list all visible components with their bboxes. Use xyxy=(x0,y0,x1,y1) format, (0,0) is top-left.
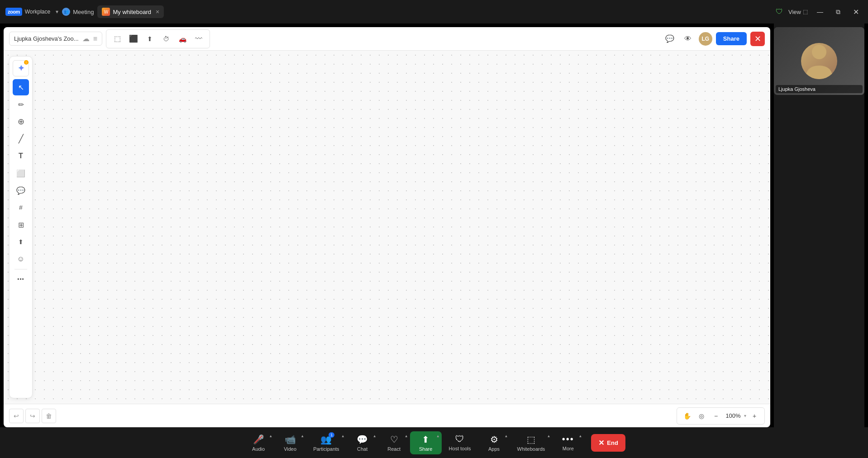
canvas-wrapper: ✦ ! ↖ ✏ ⊕ ╱ T xyxy=(4,51,770,404)
document-name-field[interactable]: Ljupka Gjosheva's Zoo... ☁ ≡ xyxy=(9,32,102,46)
more-control[interactable]: ▲ ••• More xyxy=(552,431,584,454)
upload-icon: ⬆ xyxy=(18,238,24,246)
zoom-controls: ✋ ◎ − 100% ▾ + xyxy=(677,407,765,425)
titlebar-right-controls: 🛡 View ⬚ — ⧉ ✕ xyxy=(776,6,863,18)
frame-insert-button[interactable]: ⬚ xyxy=(110,32,124,46)
close-whiteboard-tab-icon[interactable]: × xyxy=(156,8,159,15)
host-tools-icon: 🛡 xyxy=(455,434,464,444)
upload-insert-button[interactable]: ⬆ xyxy=(143,32,157,46)
doc-name-text: Ljupka Gjosheva's Zoo... xyxy=(14,35,79,42)
menu-chevron[interactable]: ▾ xyxy=(56,9,58,15)
whiteboards-control[interactable]: ▲ ⬚ Whiteboards xyxy=(510,431,553,454)
participants-label: Participants xyxy=(313,446,339,452)
react-label: React xyxy=(387,446,401,452)
maximize-button[interactable]: ⧉ xyxy=(832,6,844,18)
curve-button[interactable]: 〰 xyxy=(191,32,206,46)
workplace-label: Workplace xyxy=(25,9,50,15)
timer-button[interactable]: ⏱ xyxy=(159,32,173,46)
share-icon: ⬆ xyxy=(422,434,429,445)
whiteboard-tab[interactable]: W My whiteboard × xyxy=(97,5,164,18)
end-icon: ✕ xyxy=(598,439,604,447)
meeting-icon: 👥 xyxy=(62,8,70,16)
participants-badge: 1 xyxy=(329,432,334,438)
upload-tool-button[interactable]: ⬆ xyxy=(13,234,29,250)
share-control[interactable]: ▲ ⬆ Share xyxy=(410,431,442,454)
close-whiteboard-button[interactable]: ✕ xyxy=(750,32,765,46)
emoji-icon: ☺ xyxy=(17,255,24,263)
whiteboard-tab-title: My whiteboard xyxy=(113,9,151,15)
more-label: More xyxy=(563,446,574,451)
table-tool-button[interactable]: ⊞ xyxy=(13,217,29,233)
close-window-button[interactable]: ✕ xyxy=(849,6,863,18)
link-tool-button[interactable]: ⊕ xyxy=(13,113,29,130)
react-control[interactable]: ▲ ♡ React xyxy=(378,431,410,454)
react-icon: ♡ xyxy=(390,434,398,445)
audio-label: Audio xyxy=(252,446,265,452)
view-button[interactable]: View ⬚ xyxy=(788,9,808,15)
zoom-out-button[interactable]: − xyxy=(710,410,722,422)
pen-tool-button[interactable]: ✏ xyxy=(13,96,29,113)
whiteboards-label: Whiteboards xyxy=(517,446,545,452)
share-chevron[interactable]: ▲ xyxy=(436,434,440,438)
screen-insert-button[interactable]: ⬛ xyxy=(126,32,141,46)
chat-chevron[interactable]: ▲ xyxy=(373,434,377,438)
end-label: End xyxy=(607,439,618,446)
sticky-note-button[interactable]: ⬜ xyxy=(13,165,29,181)
line-icon: ╱ xyxy=(19,134,24,144)
participant-video: Ljupka Gjosheva xyxy=(774,27,864,95)
more-chevron[interactable]: ▲ xyxy=(578,434,582,438)
top-tools-group: ⬚ ⬛ ⬆ ⏱ 🚗 〰 xyxy=(106,29,210,48)
zoom-logo[interactable]: zoom Workplace xyxy=(5,8,50,16)
left-tool-panel: ✦ ! ↖ ✏ ⊕ ╱ T xyxy=(9,56,33,398)
comment-button[interactable]: 💬 xyxy=(663,32,677,46)
participant-avatar-large xyxy=(801,43,837,79)
zoom-dropdown-chevron[interactable]: ▾ xyxy=(744,413,746,418)
undo-icon: ↩ xyxy=(14,412,19,420)
video-label: Video xyxy=(284,446,296,452)
cloud-save-icon[interactable]: ☁ xyxy=(82,34,90,43)
minimize-button[interactable]: — xyxy=(813,6,827,17)
select-tool-button[interactable]: ↖ xyxy=(13,79,29,95)
video-chevron[interactable]: ▲ xyxy=(300,434,304,438)
frame-grid-button[interactable]: # xyxy=(13,199,29,216)
host-tools-control[interactable]: 🛡 Host tools xyxy=(442,431,478,454)
undo-button[interactable]: ↩ xyxy=(9,409,24,423)
react-chevron[interactable]: ▲ xyxy=(405,434,408,438)
more-tools-button[interactable]: ••• xyxy=(13,271,29,288)
template-button[interactable]: 🚗 xyxy=(175,32,190,46)
ai-tool-button[interactable]: ✦ ! xyxy=(13,60,29,76)
svg-point-0 xyxy=(812,45,826,59)
delete-button[interactable]: 🗑 xyxy=(42,409,56,423)
line-tool-button[interactable]: ╱ xyxy=(13,131,29,147)
doc-menu-icon[interactable]: ≡ xyxy=(93,35,97,43)
apps-chevron[interactable]: ▲ xyxy=(505,434,508,438)
meeting-tab[interactable]: 👥 Meeting xyxy=(62,8,94,16)
view-icon: ⬚ xyxy=(803,9,808,15)
share-button[interactable]: Share xyxy=(716,32,747,45)
text-icon: T xyxy=(19,152,23,160)
audio-chevron[interactable]: ▲ xyxy=(269,434,272,438)
end-meeting-button[interactable]: ✕ End xyxy=(591,434,625,452)
video-control[interactable]: ▲ 📹 Video xyxy=(274,431,306,454)
apps-control[interactable]: ▲ ⚙ Apps xyxy=(478,431,510,454)
chat-icon: 💬 xyxy=(357,434,368,445)
participants-chevron[interactable]: ▲ xyxy=(341,434,345,438)
emoji-tool-button[interactable]: ☺ xyxy=(13,251,29,267)
fit-to-screen-button[interactable]: ◎ xyxy=(695,410,708,422)
pen-icon: ✏ xyxy=(18,100,24,109)
table-icon: ⊞ xyxy=(18,221,24,229)
participants-control[interactable]: ▲ 👥 1 Participants xyxy=(306,431,346,454)
top-toolbar: Ljupka Gjosheva's Zoo... ☁ ≡ ⬚ ⬛ ⬆ ⏱ 🚗 〰… xyxy=(4,27,770,51)
text-tool-button[interactable]: T xyxy=(13,148,29,164)
redo-button[interactable]: ↪ xyxy=(25,409,40,423)
pan-tool-button[interactable]: ✋ xyxy=(681,410,693,422)
audio-control[interactable]: ▲ 🎤 Audio xyxy=(243,431,274,454)
whiteboard-canvas[interactable] xyxy=(4,51,770,404)
whiteboards-chevron[interactable]: ▲ xyxy=(547,434,550,438)
comment-tool-button[interactable]: 💬 xyxy=(13,182,29,198)
zoom-in-button[interactable]: + xyxy=(748,410,761,422)
select-icon: ↖ xyxy=(18,83,24,92)
cursor-visibility-button[interactable]: 👁 xyxy=(681,32,695,46)
frame-grid-icon: # xyxy=(19,204,23,211)
chat-control[interactable]: ▲ 💬 Chat xyxy=(347,431,378,454)
